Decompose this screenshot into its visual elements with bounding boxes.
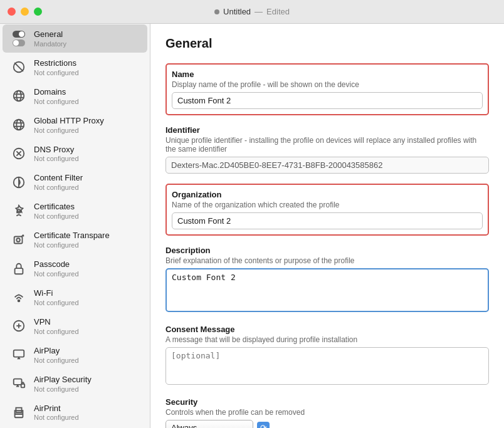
toggle-icon bbox=[10, 29, 28, 47]
svg-rect-20 bbox=[15, 268, 23, 274]
sidebar-airplay-security-label: AirPlay Security bbox=[34, 375, 92, 385]
sidebar-item-restrictions[interactable]: Restrictions Not configured bbox=[3, 53, 147, 81]
svg-rect-25 bbox=[14, 379, 22, 385]
svg-point-21 bbox=[18, 300, 20, 302]
sidebar-restrictions-sublabel: Not configured bbox=[34, 69, 79, 76]
sidebar-domains-label: Domains bbox=[34, 87, 79, 98]
security-select-wrap: Always With Authorization Never ⟳ bbox=[165, 420, 489, 428]
window-controls bbox=[8, 8, 42, 16]
security-group: Security Controls when the profile can b… bbox=[165, 397, 489, 428]
organization-desc: Name of the organization which created t… bbox=[172, 201, 483, 209]
cert-trans-icon bbox=[10, 231, 28, 249]
sidebar-item-airplay-security[interactable]: AirPlay Security Not configured bbox=[3, 370, 147, 398]
sidebar-item-domains[interactable]: Domains Not configured bbox=[3, 82, 147, 110]
security-select[interactable]: Always With Authorization Never bbox=[165, 420, 253, 428]
svg-line-1 bbox=[14, 63, 23, 71]
sidebar-item-cert-transpare[interactable]: Certificate Transpare Not configured bbox=[3, 226, 147, 254]
name-input[interactable] bbox=[172, 92, 483, 109]
globe-icon bbox=[10, 87, 28, 105]
description-group: Description Brief explanation of the con… bbox=[165, 246, 489, 315]
sidebar-cert-transpare-label: Certificate Transpare bbox=[34, 231, 110, 241]
window-title: Untitled — Edited bbox=[214, 7, 290, 16]
titlebar: Untitled — Edited bbox=[0, 0, 504, 24]
svg-point-17 bbox=[16, 238, 19, 242]
consent-message-group: Consent Message A message that will be d… bbox=[165, 325, 489, 387]
identifier-input[interactable] bbox=[165, 157, 489, 174]
sidebar-certificates-sublabel: Not configured bbox=[34, 212, 79, 220]
airplay-icon bbox=[10, 346, 28, 363]
sidebar-item-certificates[interactable]: Certificates Not configured bbox=[3, 197, 147, 225]
sidebar-restrictions-label: Restrictions bbox=[34, 58, 79, 69]
organization-label: Organization bbox=[172, 190, 483, 199]
sidebar-airprint-label: AirPrint bbox=[34, 404, 79, 414]
sidebar-vpn-label: VPN bbox=[34, 317, 79, 328]
certificate-icon bbox=[10, 202, 28, 220]
sidebar-item-wifi[interactable]: Wi-Fi Not configured bbox=[3, 283, 147, 311]
sidebar-airprint-sublabel: Not configured bbox=[34, 414, 79, 421]
sidebar-general-sublabel: Mandatory bbox=[34, 40, 66, 48]
dns-icon bbox=[10, 145, 28, 162]
sidebar-domains-sublabel: Not configured bbox=[34, 98, 79, 105]
security-label: Security bbox=[165, 397, 489, 407]
vpn-icon bbox=[10, 317, 28, 335]
sidebar-content-filter-sublabel: Not configured bbox=[34, 184, 83, 191]
sidebar-wifi-sublabel: Not configured bbox=[34, 299, 79, 306]
sidebar-global-http-label: Global HTTP Proxy bbox=[34, 116, 104, 127]
name-group: Name Display name of the profile - will … bbox=[165, 63, 489, 115]
sidebar-item-airplay[interactable]: AirPlay Not configured bbox=[3, 341, 147, 369]
wifi-icon bbox=[10, 288, 28, 306]
description-desc: Brief explanation of the contents or pur… bbox=[165, 256, 489, 265]
sidebar-dns-sublabel: Not configured bbox=[34, 155, 79, 162]
sidebar-global-http-sublabel: Not configured bbox=[34, 127, 104, 134]
organization-input[interactable] bbox=[172, 212, 483, 229]
edited-dot bbox=[214, 9, 219, 14]
sidebar-item-vpn[interactable]: VPN Not configured bbox=[3, 312, 147, 340]
svg-point-2 bbox=[14, 91, 24, 102]
sidebar-item-global-http-proxy[interactable]: Global HTTP Proxy Not configured bbox=[3, 111, 147, 139]
sidebar-cert-transpare-sublabel: Not configured bbox=[34, 241, 110, 249]
svg-point-6 bbox=[14, 120, 24, 130]
svg-point-30 bbox=[21, 412, 23, 413]
sidebar-airplay-sublabel: Not configured bbox=[34, 357, 79, 364]
identifier-desc: Unique profile identifier - installing t… bbox=[165, 136, 489, 154]
security-desc: Controls when the profile can be removed bbox=[165, 408, 489, 417]
sidebar-dns-label: DNS Proxy bbox=[34, 145, 79, 155]
identifier-label: Identifier bbox=[165, 125, 489, 135]
consent-message-textarea[interactable] bbox=[165, 347, 489, 385]
sidebar: General Mandatory Restrictions Not confi… bbox=[0, 24, 150, 428]
description-textarea[interactable]: Custom Font 2 bbox=[165, 268, 489, 312]
sidebar-item-content-filter[interactable]: Content Filter Not configured bbox=[3, 168, 147, 196]
maximize-button[interactable] bbox=[34, 8, 42, 16]
consent-message-desc: A message that will be displayed during … bbox=[165, 335, 489, 344]
name-desc: Display name of the profile - will be sh… bbox=[172, 80, 483, 89]
sidebar-item-passcode[interactable]: Passcode Not configured bbox=[3, 254, 147, 283]
sidebar-airplay-security-sublabel: Not configured bbox=[34, 385, 92, 393]
sidebar-vpn-sublabel: Not configured bbox=[34, 328, 79, 335]
svg-point-3 bbox=[16, 91, 21, 102]
close-button[interactable] bbox=[8, 8, 16, 16]
name-label: Name bbox=[172, 70, 483, 79]
security-select-icon: ⟳ bbox=[257, 422, 270, 429]
airplay-lock-icon bbox=[10, 375, 28, 392]
sidebar-content-filter-label: Content Filter bbox=[34, 173, 83, 184]
print-icon bbox=[10, 404, 28, 421]
svg-rect-27 bbox=[21, 384, 24, 388]
security-select-wrapper: Always With Authorization Never bbox=[165, 420, 253, 428]
content-filter-icon bbox=[10, 174, 28, 191]
restrictions-icon bbox=[10, 58, 28, 76]
sidebar-item-general[interactable]: General Mandatory bbox=[3, 24, 147, 53]
sidebar-passcode-sublabel: Not configured bbox=[34, 270, 79, 278]
lock-icon bbox=[10, 260, 28, 278]
identifier-group: Identifier Unique profile identifier - i… bbox=[165, 125, 489, 174]
description-label: Description bbox=[165, 246, 489, 255]
sidebar-general-label: General bbox=[34, 29, 66, 40]
sidebar-passcode-label: Passcode bbox=[34, 259, 79, 270]
svg-rect-23 bbox=[14, 350, 24, 357]
globe2-icon bbox=[10, 116, 28, 133]
sidebar-certificates-label: Certificates bbox=[34, 202, 79, 212]
svg-point-7 bbox=[16, 120, 21, 130]
minimize-button[interactable] bbox=[21, 8, 29, 16]
page-title: General bbox=[165, 36, 489, 51]
sidebar-item-dns-proxy[interactable]: DNS Proxy Not configured bbox=[3, 140, 147, 168]
sidebar-item-airprint[interactable]: AirPrint Not configured bbox=[3, 399, 147, 427]
